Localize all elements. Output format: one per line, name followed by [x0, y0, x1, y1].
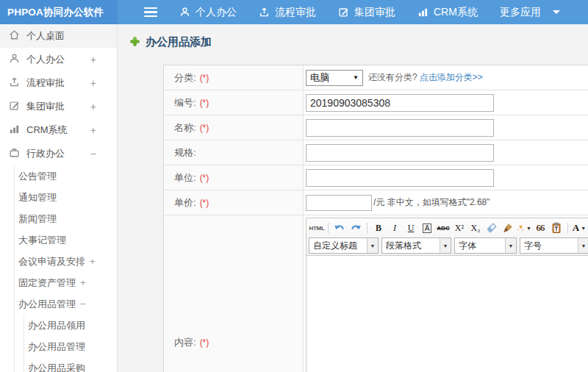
- price-format-hint: /元 非中文，如填写格式"2.68": [373, 196, 490, 209]
- auto-typeset-icon[interactable]: ▼: [516, 221, 532, 235]
- strikethrough-button[interactable]: ABC: [435, 221, 451, 235]
- custom-heading-combobox[interactable]: 自定义标题 ▼: [309, 237, 379, 254]
- sidebar-item-meeting-request[interactable]: 会议申请及安排 +: [15, 251, 117, 272]
- field-label: 名称:: [174, 121, 196, 135]
- field-label: 单价:: [174, 196, 196, 210]
- redo-icon[interactable]: [348, 221, 364, 235]
- flow-upload-icon: [259, 7, 270, 18]
- blockquote-button[interactable]: 66: [532, 221, 548, 235]
- eraser-icon[interactable]: [484, 221, 500, 235]
- top-navbar: PHPOA协同办公软件 个人办公 流程审批: [0, 0, 588, 24]
- unit-input[interactable]: [306, 169, 494, 187]
- expand-plus-icon[interactable]: +: [90, 54, 96, 65]
- approve-edit-icon: [9, 100, 26, 113]
- expand-plus-icon[interactable]: +: [90, 77, 96, 89]
- collapse-minus-icon[interactable]: −: [80, 298, 86, 310]
- sidebar-item-notice-mgmt[interactable]: 通知管理: [15, 187, 117, 208]
- approve-edit-icon: [338, 7, 349, 18]
- add-supplies-form: 分类: (*) 电脑 ▼ 还没有分类? 点击添加分类>> 编号: (*): [163, 65, 588, 372]
- sidebar-admin-submenu: 公告管理 通知管理 新闻管理 大事记管理 会议申请及安排 + 固定资产管理 + …: [14, 165, 117, 372]
- paste-text-icon[interactable]: [548, 221, 564, 235]
- field-label: 编号:: [174, 96, 196, 110]
- form-row-price: 单价: (*) /元 非中文，如填写格式"2.68": [164, 190, 588, 215]
- superscript-button[interactable]: X²: [451, 221, 467, 235]
- sidebar-item-workflow-approval[interactable]: 流程审批 +: [0, 71, 117, 95]
- paragraph-format-combobox[interactable]: 段落格式 ▼: [381, 237, 451, 254]
- flow-upload-icon: [9, 76, 26, 90]
- sidebar-item-personal-office[interactable]: 个人办公 +: [0, 48, 117, 71]
- sidebar-supplies-submenu: 办公用品领用 办公用品管理 办公用品采购: [24, 315, 117, 372]
- sidebar-item-admin-office[interactable]: 行政办公 −: [0, 142, 117, 165]
- collapse-minus-icon[interactable]: −: [90, 148, 96, 160]
- underline-button[interactable]: U: [403, 221, 419, 235]
- nav-item-crm-system[interactable]: CRM系统: [417, 6, 478, 19]
- sidebar-item-label: 个人办公: [26, 53, 65, 66]
- expand-plus-icon[interactable]: +: [80, 277, 86, 288]
- category-select[interactable]: 电脑 ▼: [306, 70, 363, 86]
- form-row-code: 编号: (*): [164, 90, 588, 115]
- editor-toolbar-row-2: 自定义标题 ▼ 段落格式 ▼ 字体 ▼: [309, 237, 588, 254]
- nav-item-label: 个人办公: [196, 6, 237, 19]
- sidebar-item-label: 集团审批: [26, 100, 65, 113]
- sidebar-item-crm-system[interactable]: CRM系统 +: [0, 118, 117, 142]
- nav-item-personal-office[interactable]: 个人办公: [179, 6, 237, 19]
- code-input[interactable]: [306, 94, 494, 112]
- sidebar-item-office-supplies-mgmt[interactable]: 办公用品管理 −: [15, 293, 117, 315]
- sidebar-item-news-mgmt[interactable]: 新闻管理: [15, 208, 117, 229]
- form-row-unit: 单位: (*): [164, 165, 588, 190]
- chart-bars-icon: [417, 7, 429, 18]
- sidebar-item-fixed-assets-mgmt[interactable]: 固定资产管理 +: [15, 272, 117, 293]
- sidebar-item-supplies-purchase[interactable]: 办公用品采购: [24, 357, 117, 372]
- format-painter-icon[interactable]: [500, 221, 516, 235]
- caret-down-icon: ▼: [526, 226, 531, 231]
- form-row-category: 分类: (*) 电脑 ▼ 还没有分类? 点击添加分类>>: [164, 65, 588, 90]
- html-source-button[interactable]: HTML: [309, 221, 325, 235]
- font-size-combobox[interactable]: 字号 ▼: [520, 237, 588, 254]
- italic-button[interactable]: I: [387, 221, 403, 235]
- sidebar-item-personal-desktop[interactable]: 个人桌面: [0, 24, 117, 48]
- sidebar-item-label: 会议申请及安排: [18, 255, 85, 268]
- add-plus-icon: [130, 36, 140, 49]
- briefcase-icon: [9, 147, 26, 160]
- expand-plus-icon[interactable]: +: [90, 256, 96, 267]
- expand-plus-icon[interactable]: +: [90, 124, 96, 136]
- combobox-caret-icon: ▼: [505, 238, 516, 253]
- sidebar-item-label: 固定资产管理: [18, 276, 76, 290]
- hamburger-menu-icon[interactable]: [144, 7, 157, 18]
- category-hint: 还没有分类?: [368, 71, 417, 84]
- sidebar-item-label: 办公用品管理: [28, 340, 85, 354]
- undo-icon[interactable]: [331, 221, 348, 235]
- nav-item-more-apps[interactable]: 更多应用: [500, 6, 560, 19]
- app-window: PHPOA协同办公软件 个人办公 流程审批: [0, 0, 588, 372]
- nav-item-group-approval[interactable]: 集团审批: [338, 6, 395, 19]
- font-family-combobox[interactable]: 字体 ▼: [454, 237, 517, 254]
- main-content: 办公用品添加 分类: (*) 电脑 ▼ 还没有分类? 点击添加分类>>: [118, 24, 588, 372]
- combobox-caret-icon: ▼: [440, 238, 451, 253]
- caret-down-icon: ▼: [581, 226, 586, 231]
- price-input[interactable]: [306, 195, 372, 211]
- expand-plus-icon[interactable]: +: [90, 101, 96, 112]
- font-border-button[interactable]: A: [419, 221, 435, 235]
- editor-content-area[interactable]: [306, 256, 588, 372]
- nav-item-workflow-approval[interactable]: 流程审批: [259, 6, 316, 19]
- sidebar-item-memorabilia-mgmt[interactable]: 大事记管理: [15, 229, 117, 251]
- sidebar-item-label: 流程审批: [26, 76, 65, 90]
- nav-item-label: CRM系统: [434, 6, 478, 19]
- font-color-button[interactable]: A ▼: [571, 221, 587, 235]
- nav-item-label: 集团审批: [354, 6, 395, 19]
- sidebar: 个人桌面 个人办公 + 流程审批 + 集团审批: [0, 24, 118, 372]
- combobox-caret-icon: ▼: [578, 238, 588, 253]
- nav-item-label: 流程审批: [275, 6, 316, 19]
- add-category-link[interactable]: 点击添加分类>>: [420, 71, 483, 84]
- sidebar-item-supplies-manage[interactable]: 办公用品管理: [24, 336, 117, 357]
- category-selected-value: 电脑: [310, 71, 329, 85]
- spec-input[interactable]: [306, 144, 494, 162]
- name-input[interactable]: [306, 119, 494, 137]
- sidebar-item-supplies-requisition[interactable]: 办公用品领用: [24, 315, 117, 336]
- bold-button[interactable]: B: [370, 221, 387, 235]
- subscript-button[interactable]: X₂: [467, 221, 484, 235]
- sidebar-item-label: 个人桌面: [26, 29, 65, 43]
- sidebar-item-announcement-mgmt[interactable]: 公告管理: [15, 165, 117, 187]
- required-mark: (*): [200, 98, 209, 108]
- sidebar-item-group-approval[interactable]: 集团审批 +: [0, 95, 117, 118]
